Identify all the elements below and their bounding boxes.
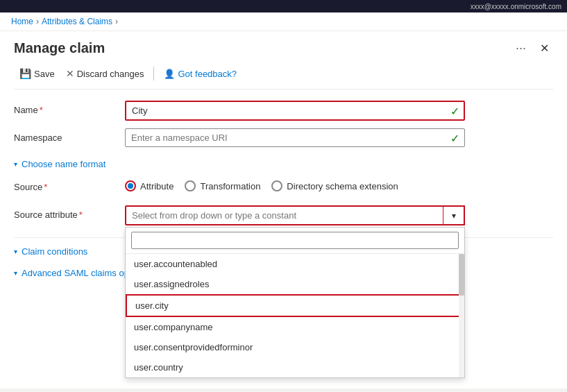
feedback-label: Got feedback?: [178, 69, 237, 79]
source-label: Source *: [14, 178, 125, 192]
feedback-icon: 👤: [164, 69, 175, 79]
top-bar-text: xxxx@xxxxx.onmicrosoft.com: [471, 3, 561, 10]
source-attribute-row: Source attribute * ▾ user.account: [14, 205, 553, 226]
name-required: *: [40, 105, 43, 115]
directory-label: Directory schema extension: [287, 181, 398, 191]
attribute-label: Attribute: [140, 181, 174, 191]
form: Name * ✓ Namespace ✓: [14, 101, 553, 287]
save-button[interactable]: 💾 Save: [14, 65, 60, 82]
close-button[interactable]: ✕: [536, 40, 553, 56]
dropdown-search-input[interactable]: [131, 232, 459, 249]
source-attribute-control: ▾ user.accountenabled user.assignedroles…: [125, 205, 553, 225]
attribute-radio[interactable]: [125, 180, 136, 191]
dropdown-item-accountenabled[interactable]: user.accountenabled: [126, 254, 464, 274]
breadcrumb-home[interactable]: Home: [11, 17, 33, 26]
save-label: Save: [34, 69, 55, 79]
name-check-icon: ✓: [450, 104, 459, 117]
chevron-down-icon: ▾: [14, 160, 17, 168]
name-row: Name * ✓: [14, 101, 553, 121]
choose-name-format-section[interactable]: ▾ Choose name format: [14, 156, 553, 172]
more-options-button[interactable]: ···: [511, 40, 530, 57]
panel-title: Manage claim: [14, 40, 105, 56]
source-attribute-dropdown-container: ▾ user.accountenabled user.assignedroles…: [125, 205, 465, 225]
namespace-label: Namespace: [14, 128, 125, 143]
dropdown-item-city[interactable]: user.city: [126, 294, 464, 317]
source-attribute-dropdown-panel: user.accountenabled user.assignedroles u…: [125, 227, 465, 378]
name-control: ✓: [125, 101, 553, 121]
transformation-radio[interactable]: [185, 180, 196, 191]
top-bar: xxxx@xxxxx.onmicrosoft.com: [0, 0, 567, 12]
discard-label: Discard changes: [77, 69, 144, 79]
main-panel: Manage claim ··· ✕ 💾 Save ✕ Discard chan…: [0, 31, 567, 389]
scrollbar-thumb[interactable]: [459, 254, 464, 296]
source-attr-required: *: [79, 210, 83, 220]
advanced-saml-chevron: ▾: [14, 269, 17, 277]
breadcrumb-sep-1: ›: [36, 17, 39, 26]
source-attribute-input[interactable]: [125, 205, 465, 225]
claim-conditions-chevron: ▾: [14, 248, 17, 255]
source-directory-option[interactable]: Directory schema extension: [271, 180, 398, 191]
source-required: *: [44, 182, 47, 192]
source-attribute-label: Source attribute *: [14, 205, 125, 220]
scrollbar-track: [459, 254, 464, 377]
name-input[interactable]: [125, 101, 465, 121]
namespace-control: ✓: [125, 128, 553, 147]
dropdown-list: user.accountenabled user.assignedroles u…: [126, 254, 464, 377]
panel-header: Manage claim ··· ✕: [14, 40, 553, 57]
discard-button[interactable]: ✕ Discard changes: [60, 65, 150, 82]
breadcrumb: Home › Attributes & Claims ›: [0, 12, 567, 31]
claim-conditions-label: Claim conditions: [22, 246, 87, 257]
dropdown-item-assignedroles[interactable]: user.assignedroles: [126, 274, 464, 294]
dropdown-item-companyname[interactable]: user.companyname: [126, 317, 464, 337]
discard-icon: ✕: [66, 68, 74, 79]
save-icon: 💾: [19, 68, 31, 79]
dropdown-item-country[interactable]: user.country: [126, 357, 464, 377]
namespace-input[interactable]: [125, 128, 465, 147]
source-attribute-dropdown-button[interactable]: ▾: [443, 205, 465, 225]
directory-radio[interactable]: [271, 180, 282, 191]
source-attribute-option[interactable]: Attribute: [125, 180, 174, 191]
toolbar: 💾 Save ✕ Discard changes 👤 Got feedback?: [14, 65, 553, 90]
namespace-row: Namespace ✓: [14, 128, 553, 149]
dropdown-item-consentprovidedforminor[interactable]: user.consentprovidedforminor: [126, 337, 464, 357]
namespace-check-icon: ✓: [450, 131, 459, 144]
breadcrumb-attributes[interactable]: Attributes & Claims: [42, 17, 112, 26]
choose-name-format-label: Choose name format: [22, 159, 105, 169]
source-row: Source * Attribute Transformation Direc: [14, 178, 553, 198]
source-control: Attribute Transformation Directory schem…: [125, 178, 553, 191]
breadcrumb-sep-2: ›: [115, 17, 118, 26]
source-radio-group: Attribute Transformation Directory schem…: [125, 178, 553, 191]
name-label: Name *: [14, 101, 125, 115]
chevron-down-icon: ▾: [452, 211, 456, 221]
panel-header-actions: ··· ✕: [511, 40, 553, 57]
transformation-label: Transformation: [200, 181, 260, 191]
source-transformation-option[interactable]: Transformation: [185, 180, 260, 191]
feedback-button[interactable]: 👤 Got feedback?: [158, 66, 242, 82]
toolbar-divider: [153, 67, 154, 80]
dropdown-search: [126, 228, 464, 254]
